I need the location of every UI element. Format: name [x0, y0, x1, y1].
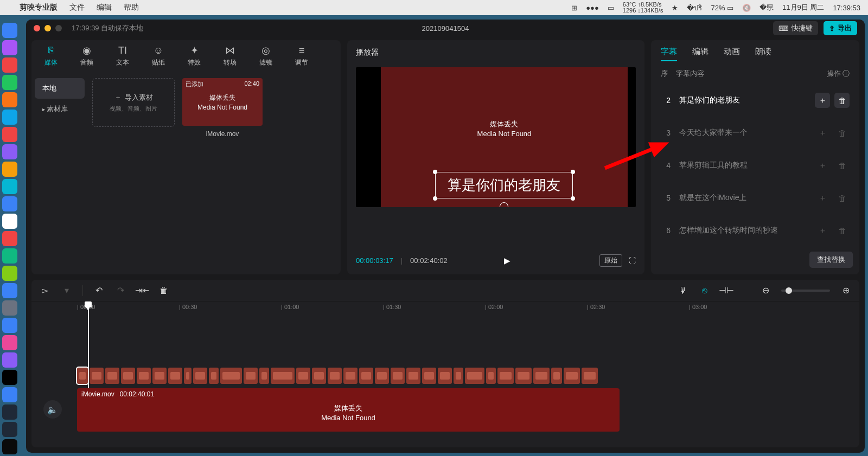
subtitle-segment[interactable]: [184, 368, 192, 384]
zoom-slider[interactable]: [781, 290, 830, 292]
delete-subtitle-icon[interactable]: 🗑: [834, 190, 850, 205]
sidebar-library[interactable]: 素材库: [35, 99, 85, 119]
dock-item[interactable]: [2, 422, 17, 437]
tab-read[interactable]: 朗读: [755, 47, 771, 57]
tool-tab-音频[interactable]: ◉音频: [74, 44, 100, 67]
tool-tab-文本[interactable]: TI文本: [110, 44, 136, 67]
subtitle-segment[interactable]: [259, 368, 269, 384]
subtitle-row[interactable]: 2 算是你们的老朋友 ＋ 🗑: [658, 84, 853, 117]
subtitle-segment[interactable]: [220, 368, 242, 384]
maximize-button[interactable]: [55, 25, 62, 31]
delete-subtitle-icon[interactable]: 🗑: [834, 158, 850, 173]
dock-item[interactable]: [2, 231, 17, 246]
dock-item[interactable]: [2, 179, 17, 194]
minimize-button[interactable]: [44, 25, 51, 31]
dock-item[interactable]: [2, 439, 17, 454]
dock-item[interactable]: [2, 283, 17, 298]
menu-edit[interactable]: 编辑: [97, 3, 112, 12]
subtitle-segment[interactable]: [391, 368, 405, 384]
add-subtitle-icon[interactable]: ＋: [815, 223, 830, 238]
subtitle-segment[interactable]: [486, 368, 496, 384]
dock-item[interactable]: [2, 300, 17, 316]
tray-control-center-icon[interactable]: �県: [760, 3, 774, 12]
subtitle-segment[interactable]: [497, 368, 514, 384]
subtitle-segment[interactable]: [90, 368, 104, 384]
shortcut-button[interactable]: ⌨ 快捷键: [773, 21, 818, 35]
subtitle-segment[interactable]: [328, 368, 342, 384]
subtitle-row[interactable]: 5 就是在这个iMovie上 ＋ 🗑: [658, 182, 853, 214]
player-stage[interactable]: 媒体丢失 Media Not Found 算是你们的老朋友: [356, 67, 636, 207]
subtitle-row[interactable]: 4 苹果剪辑工具的教程 ＋ 🗑: [658, 149, 853, 182]
media-clip[interactable]: 已添加 02:40 媒体丢失 Media Not Found iMovie.mo…: [182, 78, 263, 138]
tool-tab-媒体[interactable]: ⎘媒体: [38, 44, 64, 67]
tray-mute-icon[interactable]: 🔇: [742, 4, 751, 12]
tool-tab-转场[interactable]: ⋈转场: [217, 44, 243, 67]
dock-item[interactable]: [2, 110, 17, 125]
subtitle-segment[interactable]: [582, 368, 598, 384]
tray-display-icon[interactable]: ▭: [608, 4, 614, 12]
subtitle-segment[interactable]: [454, 368, 463, 384]
subtitle-bounding-box[interactable]: 算是你们的老朋友: [435, 172, 573, 198]
tray-battery[interactable]: 72% ▭: [711, 4, 733, 12]
zoom-out-icon[interactable]: ⊖: [760, 285, 771, 297]
redo-icon[interactable]: ↷: [114, 285, 126, 297]
subtitle-segment[interactable]: [375, 368, 389, 384]
import-media-card[interactable]: ＋ 导入素材 视频、音频、图片: [92, 78, 175, 127]
align-icon[interactable]: ⊣⊢: [720, 285, 732, 297]
dock-item[interactable]: [2, 40, 17, 55]
cursor-tool-icon[interactable]: ▻: [39, 285, 51, 297]
tab-subtitle[interactable]: 字幕: [661, 47, 677, 57]
mic-icon[interactable]: 🎙: [677, 285, 689, 297]
video-track[interactable]: iMovie.mov 00:02:40:01 媒体丢失 Media Not Fo…: [77, 388, 620, 432]
export-button[interactable]: ⇪ 导出: [824, 21, 857, 35]
sidebar-local[interactable]: 本地: [35, 78, 85, 99]
menu-file[interactable]: 文件: [69, 3, 85, 12]
tray-wifi-icon[interactable]: �ปริ: [687, 2, 702, 14]
subtitle-segment[interactable]: [564, 368, 580, 384]
dock-item[interactable]: [2, 144, 17, 159]
rotate-handle-icon[interactable]: [500, 202, 508, 207]
delete-subtitle-icon[interactable]: 🗑: [834, 223, 850, 238]
tool-tab-调节[interactable]: ≡调节: [289, 44, 315, 67]
timeline-ruler[interactable]: | 00:00| 00:30| 01:00| 01:30| 02:00| 02:…: [77, 301, 852, 313]
subtitle-segment[interactable]: [515, 368, 532, 384]
tab-edit[interactable]: 编辑: [692, 47, 709, 57]
dock-item[interactable]: [2, 352, 17, 368]
subtitle-segment[interactable]: [406, 368, 420, 384]
delete-icon[interactable]: 🗑: [158, 285, 170, 297]
subtitle-segment[interactable]: [152, 368, 167, 384]
subtitle-segment[interactable]: [438, 368, 452, 384]
dock-item[interactable]: [2, 92, 17, 107]
tray-dots-icon[interactable]: ●●●: [586, 4, 599, 12]
tray-time[interactable]: 17:39:53: [833, 4, 860, 12]
tool-tab-特效[interactable]: ✦特效: [181, 44, 207, 67]
subtitle-segment[interactable]: [209, 368, 219, 384]
delete-subtitle-icon[interactable]: 🗑: [834, 93, 850, 108]
dock-item[interactable]: [2, 335, 17, 350]
tool-tab-滤镜[interactable]: ◎滤镜: [253, 44, 279, 67]
tab-animation[interactable]: 动画: [724, 47, 740, 57]
subtitle-segment[interactable]: [359, 368, 373, 384]
dock-item[interactable]: [2, 23, 17, 38]
subtitle-track[interactable]: [77, 368, 852, 384]
add-subtitle-icon[interactable]: ＋: [815, 93, 830, 108]
dock-item[interactable]: [2, 404, 17, 420]
dock-item[interactable]: [2, 57, 17, 73]
tray-grid-icon[interactable]: ⊞: [571, 4, 577, 12]
dock-item[interactable]: [2, 127, 17, 142]
subtitle-segment[interactable]: [168, 368, 182, 384]
find-replace-button[interactable]: 查找替换: [809, 252, 853, 268]
tray-date[interactable]: 11月9日 周二: [782, 3, 824, 12]
add-subtitle-icon[interactable]: ＋: [815, 125, 830, 140]
track-mute-button[interactable]: 🔈: [43, 400, 62, 419]
auto-subtitle-icon[interactable]: ⎋: [699, 285, 711, 297]
add-subtitle-icon[interactable]: ＋: [815, 158, 830, 173]
subtitle-segment[interactable]: [137, 368, 151, 384]
subtitle-segment[interactable]: [193, 368, 207, 384]
subtitle-segment[interactable]: [343, 368, 358, 384]
dock-item[interactable]: [2, 370, 17, 385]
play-button[interactable]: ▶: [504, 256, 510, 266]
add-subtitle-icon[interactable]: ＋: [815, 190, 830, 205]
dock-item[interactable]: [2, 266, 17, 281]
subtitle-segment[interactable]: [271, 368, 295, 384]
